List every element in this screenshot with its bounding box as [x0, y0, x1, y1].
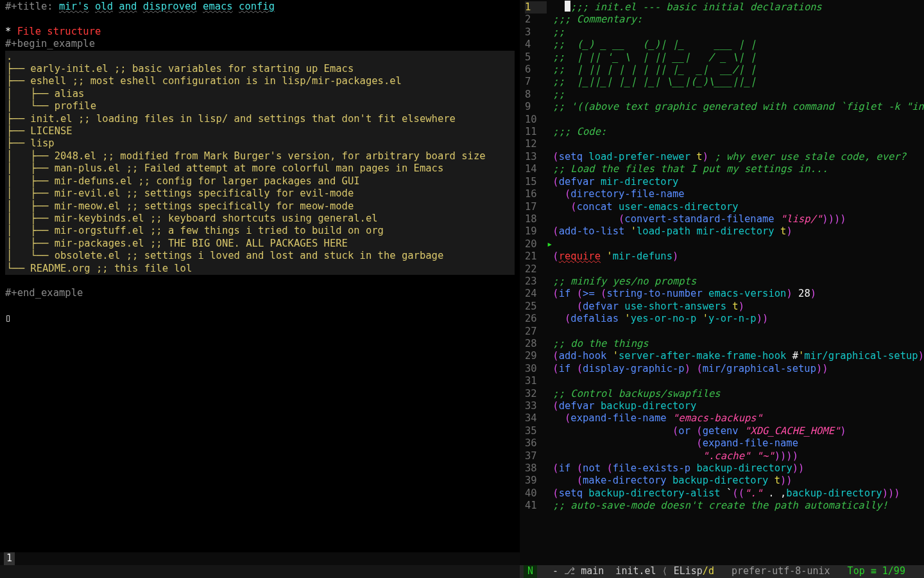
- left-buffer[interactable]: #+title: mir's old and disproved emacs c…: [0, 0, 520, 552]
- code-line[interactable]: 24 (if (>= (string-to-number emacs-versi…: [525, 288, 816, 299]
- tree-line: │ ├── mir-defuns.el ;; config for larger…: [6, 175, 360, 187]
- code-line[interactable]: 40 (setq backup-directory-alist `(("." .…: [525, 487, 900, 499]
- code-line[interactable]: 14 ;; Load the files that I put my setti…: [525, 163, 828, 175]
- tree-line: ├── init.el ;; loading files in lisp/ an…: [6, 113, 456, 125]
- code-line[interactable]: 5 ;; | || '_ \ | || __| / _ \| |: [525, 51, 757, 63]
- code-line[interactable]: 27: [525, 326, 552, 337]
- code-line[interactable]: 2 ;;; Commentary:: [525, 13, 642, 25]
- code-line[interactable]: 16 (directory-file-name: [525, 188, 685, 200]
- title-word: old: [95, 1, 113, 12]
- gutter-arrow-icon: ▸: [547, 238, 552, 250]
- title-word: disproved: [143, 1, 197, 12]
- code-line[interactable]: 8 ;;: [525, 89, 565, 100]
- code-line[interactable]: 26 (defalias 'yes-or-no-p 'y-or-n-p)): [525, 313, 768, 324]
- code-line[interactable]: 4 ;; (_) _ __ (_)| |_ ___ | |: [525, 39, 757, 50]
- tree-line: ├── early-init.el ;; basic variables for…: [6, 63, 354, 74]
- tab-1[interactable]: 1: [4, 552, 15, 565]
- title-word: config: [239, 1, 275, 12]
- tree-line: │ ├── alias: [6, 88, 84, 100]
- tree-line: ├── eshell ;; most eshell configuration …: [6, 75, 402, 87]
- tree-line: │ ├── 2048.el ;; modified from Mark Burg…: [6, 150, 486, 162]
- code-line[interactable]: 28 ;; do the things: [525, 338, 649, 349]
- code-line[interactable]: 15 (defvar mir-directory: [525, 176, 678, 188]
- code-line[interactable]: 25 (defvar use-short-answers t): [525, 301, 744, 312]
- position: Top ≡ 1/99: [830, 565, 905, 577]
- code-line[interactable]: 39 (make-directory backup-directory t)): [525, 475, 792, 486]
- buffer-name: init.el: [604, 565, 656, 577]
- right-modeline: N - ⎇ main init.el ⟨ ELisp / d prefer-ut…: [520, 565, 924, 578]
- code-line[interactable]: 32 ;; Control backups/swapfiles: [525, 388, 721, 399]
- tree-line: │ ├── mir-keybinds.el ;; keyboard shortc…: [6, 213, 378, 224]
- org-end-example: #+end_example: [5, 287, 83, 299]
- code-line[interactable]: 29 (add-hook 'server-after-make-frame-ho…: [525, 350, 924, 362]
- tree-line: │ ├── mir-orgstuff.el ;; a few things i …: [6, 225, 384, 236]
- code-line[interactable]: 22: [525, 263, 552, 275]
- tree-line: │ ├── mir-packages.el ;; THE BIG ONE. AL…: [6, 238, 348, 249]
- modeline-sep: ⟨: [656, 565, 674, 577]
- tree-line: ├── lisp: [6, 137, 55, 149]
- vcs-branch: main: [575, 565, 604, 577]
- cursor-left: ▯: [5, 312, 11, 324]
- major-mode: ELisp: [674, 565, 703, 577]
- code-line[interactable]: 10: [525, 114, 552, 125]
- cursor-right: [565, 1, 570, 12]
- code-line[interactable]: 18 (convert-standard-filename "lisp/")))…: [525, 213, 846, 225]
- minor-mode: d: [708, 565, 714, 577]
- code-line[interactable]: 33 (defvar backup-directory: [525, 400, 696, 412]
- mode-sep: /: [703, 565, 708, 577]
- code-line[interactable]: 34 (expand-file-name "emacs-backups": [525, 412, 762, 424]
- code-line[interactable]: 17 (concat user-emacs-directory: [525, 201, 739, 213]
- tree-line: │ ├── mir-evil.el ;; settings specifical…: [6, 188, 354, 199]
- code-line[interactable]: 30 (if (display-graphic-p) (mir/graphica…: [525, 363, 828, 374]
- org-heading-star: *: [5, 26, 17, 37]
- tree-line: │ ├── man-plus.el ;; Failed attempt at m…: [6, 162, 443, 174]
- editor-split: #+title: mir's old and disproved emacs c…: [0, 0, 924, 578]
- tree-line: │ └── obsolete.el ;; settings i loved an…: [6, 250, 443, 261]
- title-word: and: [119, 1, 137, 12]
- code-line[interactable]: 20▸: [525, 238, 552, 250]
- code-line[interactable]: 41 ;; auto-save-mode doesn't create the …: [525, 500, 888, 511]
- vcs-icon: ⎇: [564, 565, 575, 577]
- code-line[interactable]: 9 ;; '((above text graphic generated wit…: [525, 101, 924, 112]
- tree-line: │ └── profile: [6, 100, 96, 112]
- code-line[interactable]: 11 ;;; Code:: [525, 126, 606, 137]
- code-line[interactable]: 7 ;; |_||_| |_| |_| \__|(_)\___||_|: [525, 76, 757, 87]
- org-keyword: #+title:: [5, 1, 59, 12]
- code-line[interactable]: 1 ;;; init.el --- basic initial declarat…: [525, 1, 822, 13]
- code-line[interactable]: 23 ;; minify yes/no prompts: [525, 276, 696, 287]
- code-line[interactable]: 6 ;; | || | | | | || |_ _| __/| |: [525, 64, 757, 75]
- right-buffer[interactable]: 1 ;;; init.el --- basic initial declarat…: [520, 0, 924, 565]
- code-line[interactable]: 13 (setq load-prefer-newer t) ; why ever…: [525, 151, 906, 162]
- right-pane[interactable]: 1 ;;; init.el --- basic initial declarat…: [520, 0, 924, 578]
- example-block: . ├── early-init.el ;; basic variables f…: [5, 51, 515, 275]
- tree-line: └── README.org ;; this file lol: [6, 263, 192, 274]
- code-line[interactable]: 35 (or (getenv "XDG_CACHE_HOME"): [525, 425, 846, 437]
- left-pane[interactable]: #+title: mir's old and disproved emacs c…: [0, 0, 520, 578]
- tree-line: .: [6, 51, 12, 62]
- code-line[interactable]: 31: [525, 375, 552, 387]
- tree-line: │ ├── mir-meow.el ;; settings specifical…: [6, 200, 354, 212]
- left-tab-bar[interactable]: 1: [0, 552, 520, 565]
- code-line[interactable]: 19 (add-to-list 'load-path mir-directory…: [525, 225, 792, 237]
- tree-line: ├── LICENSE: [6, 125, 73, 137]
- code-line[interactable]: 36 (expand-file-name: [525, 437, 798, 449]
- org-begin-example: #+begin_example: [5, 38, 95, 49]
- code-line[interactable]: 21 (require 'mir-defuns): [525, 250, 678, 262]
- left-modeline: [0, 565, 520, 578]
- code-line[interactable]: 12: [525, 138, 552, 150]
- code-line[interactable]: 3 ;;: [525, 26, 565, 38]
- evil-state-indicator: N: [524, 565, 537, 577]
- title-word: emacs: [203, 1, 233, 12]
- code-line[interactable]: 38 (if (not (file-exists-p backup-direct…: [525, 462, 804, 474]
- encoding: prefer-utf-8-unix: [714, 565, 830, 577]
- code-line[interactable]: 37 ".cache" "~")))): [525, 450, 804, 462]
- title-word: mir's: [59, 1, 89, 12]
- org-heading[interactable]: File structure: [17, 26, 101, 37]
- modeline-mod: -: [541, 565, 564, 577]
